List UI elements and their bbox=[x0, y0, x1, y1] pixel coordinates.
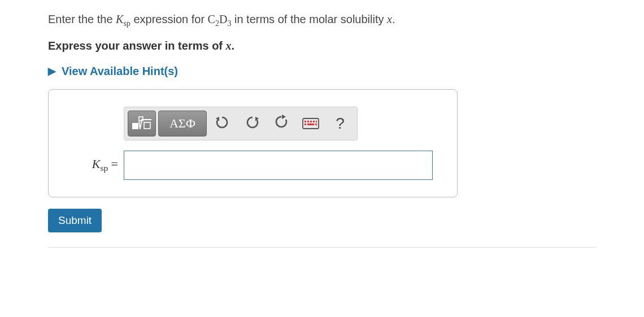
hints-toggle[interactable]: ▶ View Available Hint(s) bbox=[48, 65, 178, 78]
hints-label: View Available Hint(s) bbox=[62, 65, 178, 78]
svg-rect-6 bbox=[310, 121, 312, 122]
svg-rect-10 bbox=[307, 124, 314, 125]
undo-icon bbox=[215, 115, 230, 132]
redo-button[interactable] bbox=[238, 111, 266, 137]
svg-rect-11 bbox=[315, 124, 317, 125]
equation-toolbar: ΑΣФ bbox=[124, 107, 358, 140]
answer-box: ΑΣФ bbox=[48, 89, 458, 197]
submit-button[interactable]: Submit bbox=[48, 209, 102, 232]
greek-letters-button[interactable]: ΑΣФ bbox=[158, 111, 207, 137]
question-text: Enter the the Ksp expression for C2D3 in… bbox=[48, 11, 596, 29]
instruction-text: Express your answer in terms of x. bbox=[48, 39, 596, 52]
help-button[interactable]: ? bbox=[327, 111, 354, 137]
svg-rect-0 bbox=[132, 123, 138, 129]
triangle-right-icon: ▶ bbox=[48, 65, 56, 77]
svg-rect-7 bbox=[313, 121, 315, 122]
svg-rect-1 bbox=[139, 117, 143, 121]
answer-label: Ksp = bbox=[63, 157, 118, 173]
answer-input-row: Ksp = bbox=[63, 151, 443, 180]
keyboard-icon bbox=[302, 118, 319, 129]
help-icon: ? bbox=[336, 115, 345, 133]
svg-rect-2 bbox=[144, 122, 150, 129]
redo-icon bbox=[245, 115, 259, 132]
divider bbox=[48, 247, 596, 248]
undo-button[interactable] bbox=[209, 111, 236, 137]
math-templates-button[interactable] bbox=[128, 111, 156, 137]
answer-input[interactable] bbox=[124, 151, 433, 180]
reset-button[interactable] bbox=[268, 111, 295, 137]
svg-rect-9 bbox=[304, 124, 306, 125]
svg-rect-8 bbox=[316, 121, 317, 122]
greek-icon: ΑΣФ bbox=[169, 116, 195, 131]
math-templates-icon bbox=[131, 115, 153, 132]
reset-icon bbox=[274, 115, 289, 133]
svg-rect-4 bbox=[304, 121, 306, 122]
keyboard-button[interactable] bbox=[297, 111, 324, 137]
svg-rect-5 bbox=[307, 121, 309, 122]
